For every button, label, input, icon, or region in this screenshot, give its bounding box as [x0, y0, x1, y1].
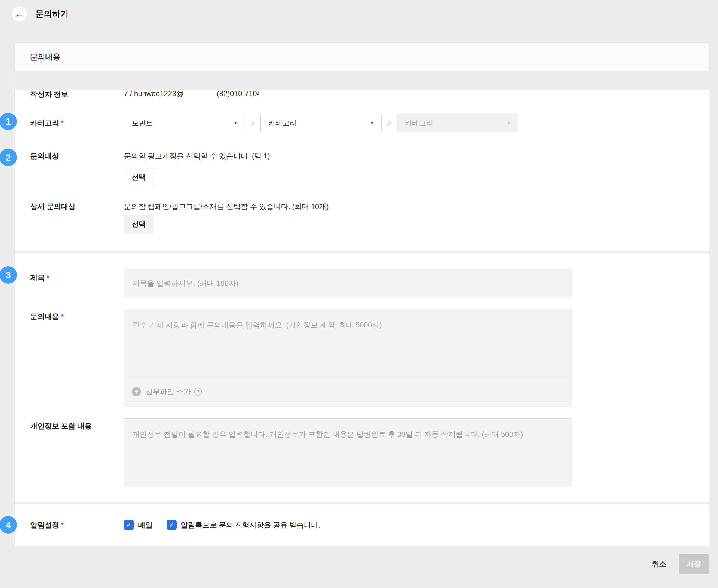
checkmark-icon: ✓ — [126, 521, 132, 529]
inquiry-page: ← 문의하기 1 2 3 4 문의내용 작성자 정보 7 / hunwoo122… — [0, 0, 718, 588]
category-label: 카테고리* — [30, 118, 124, 128]
inquiry-target-label: 문의대상 — [30, 151, 124, 187]
inquiry-target-description: 문의할 광고계정을 선택할 수 있습니다. (택 1) — [124, 151, 709, 161]
back-button[interactable]: ← — [12, 6, 27, 22]
notification-row: 알림설정* ✓ 메일 ✓ 알림톡으로 문의 진행사항을 공유 받습니다. — [15, 504, 709, 546]
card-header: 문의내용 — [15, 43, 709, 71]
author-phone-value: (82)010-7104 — [217, 89, 259, 98]
save-button[interactable]: 저장 — [679, 554, 709, 574]
notification-label: 알림설정* — [30, 520, 124, 530]
title-input[interactable] — [124, 269, 572, 298]
detail-target-description: 문의할 캠페인/광고그룹/소재를 선택할 수 있습니다. (최대 10개) — [124, 202, 709, 211]
category-select-1[interactable]: 모먼트 ▼ — [124, 114, 245, 132]
inquiry-content-textarea[interactable] — [124, 309, 572, 376]
required-asterisk: * — [61, 119, 63, 127]
chevron-right-icon: > — [386, 118, 392, 128]
required-asterisk: * — [61, 521, 63, 529]
detail-target-row: 상세 문의대상 문의할 캠페인/광고그룹/소재를 선택할 수 있습니다. (최대… — [15, 202, 709, 233]
title-label: 제목* — [30, 269, 124, 298]
caret-down-icon: ▼ — [233, 121, 238, 126]
detail-target-select-button[interactable]: 선택 — [124, 215, 154, 233]
step-badge-4: 4 — [0, 516, 17, 533]
back-arrow-icon: ← — [15, 9, 24, 19]
privacy-textarea[interactable] — [124, 418, 572, 486]
cancel-button[interactable]: 취소 — [652, 559, 666, 569]
mail-checkbox[interactable]: ✓ — [124, 520, 134, 530]
section-target-info: 작성자 정보 7 / hunwoo1223@ (82)010-7104 카테고리… — [15, 89, 709, 251]
add-attachment-label: 첨부파일 추가 — [145, 387, 191, 397]
title-row: 제목* — [15, 253, 709, 298]
app-header: ← 문의하기 — [12, 6, 69, 22]
category-select-3-disabled: 카테고리 ▼ — [397, 114, 518, 132]
section-notification: 알림설정* ✓ 메일 ✓ 알림톡으로 문의 진행사항을 공유 받습니다. — [15, 504, 709, 546]
checkmark-icon: ✓ — [169, 521, 174, 529]
plus-icon: + — [132, 387, 141, 396]
category-row: 카테고리* 모먼트 ▼ > 카테고리 ▼ > 카테고리 ▼ — [15, 114, 709, 132]
category-select-2[interactable]: 카테고리 ▼ — [260, 114, 382, 132]
step-badge-2: 2 — [0, 149, 17, 166]
category-select-1-value: 모먼트 — [132, 119, 153, 128]
category-select-3-value: 카테고리 — [405, 119, 433, 128]
footer-actions: 취소 저장 — [652, 554, 709, 574]
inquiry-content-label: 문의내용* — [30, 309, 124, 407]
author-info-row: 작성자 정보 7 / hunwoo1223@ (82)010-7104 — [15, 89, 709, 99]
author-account-value: 7 / hunwoo1223@ — [124, 89, 184, 98]
author-phone-clipped: 4 — [257, 89, 259, 98]
inquiry-card: 문의내용 작성자 정보 7 / hunwoo1223@ (82)010-7104… — [15, 43, 709, 546]
inquiry-content-row: 문의내용* + 첨부파일 추가 ? — [15, 309, 709, 407]
privacy-label: 개인정보 포함 내용 — [30, 418, 124, 486]
step-badge-3: 3 — [0, 266, 17, 284]
caret-down-icon: ▼ — [507, 121, 511, 126]
step-badge-1: 1 — [0, 113, 17, 130]
inquiry-target-select-button[interactable]: 선택 — [124, 168, 154, 187]
add-attachment-button[interactable]: + 첨부파일 추가 — [132, 387, 191, 397]
section-inquiry-content: 제목* 문의내용* + 첨부파일 추가 — [15, 253, 709, 502]
chevron-right-icon: > — [250, 118, 255, 128]
category-select-2-value: 카테고리 — [268, 119, 297, 128]
author-info-value: 7 / hunwoo1223@ (82)010-7104 — [124, 89, 709, 99]
required-asterisk: * — [46, 274, 49, 282]
mail-checkbox-label: 메일 — [138, 520, 152, 530]
alimtalk-checkbox-label: 알림톡으로 문의 진행사항을 공유 받습니다. — [181, 520, 320, 530]
attachment-strip: + 첨부파일 추가 ? — [124, 376, 572, 407]
inquiry-content-box: + 첨부파일 추가 ? — [124, 309, 572, 407]
privacy-row: 개인정보 포함 내용 — [15, 418, 709, 486]
detail-target-label: 상세 문의대상 — [30, 202, 124, 233]
page-title: 문의하기 — [35, 8, 69, 20]
alimtalk-checkbox[interactable]: ✓ — [167, 520, 177, 530]
help-icon[interactable]: ? — [194, 387, 202, 396]
inquiry-target-row: 문의대상 문의할 광고계정을 선택할 수 있습니다. (택 1) 선택 — [15, 151, 709, 187]
caret-down-icon: ▼ — [370, 121, 374, 126]
author-info-label: 작성자 정보 — [30, 89, 124, 99]
card-header-title: 문의내용 — [30, 52, 60, 62]
required-asterisk: * — [61, 313, 63, 320]
category-selects: 모먼트 ▼ > 카테고리 ▼ > 카테고리 ▼ — [124, 114, 709, 132]
